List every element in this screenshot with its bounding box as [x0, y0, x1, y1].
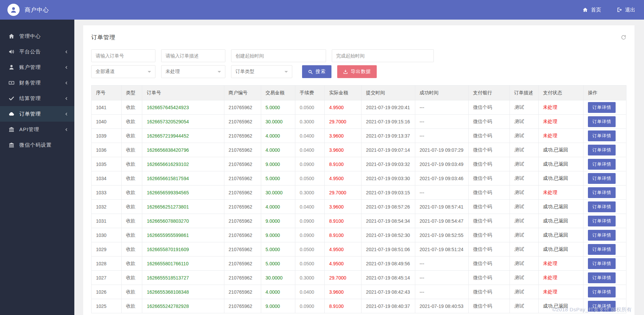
cell-submit_time: 2021-07-19 09:03:30 [362, 171, 415, 186]
cell-submit_time: 2021-07-19 08:51:06 [362, 242, 415, 257]
export-button[interactable]: 导出数据 [337, 65, 377, 78]
cell-actual_amount: 8.9100 [325, 228, 362, 242]
sidebar-item-label: 账户管理 [19, 64, 41, 71]
order-detail-button[interactable]: 订单详情 [588, 272, 616, 283]
sidebar-item-account-management[interactable]: 账户管理 [0, 59, 74, 75]
cell-action: 订单详情 [584, 285, 626, 299]
col-success_time: 成功时间 [415, 86, 468, 100]
create-time-input[interactable] [231, 49, 326, 62]
app-root: 商户中心 首页 退出 管理中心平台公告账户管理财务管理结算管理订单管理API管理… [0, 0, 644, 315]
order-detail-button[interactable]: 订单详情 [588, 159, 616, 170]
cell-fee: 0.0500 [295, 242, 325, 257]
order-detail-button[interactable]: 订单详情 [588, 201, 616, 212]
top-nav: 首页 退出 [567, 7, 644, 13]
cell-order_no: 1626657219944452 [142, 129, 224, 143]
order-detail-button[interactable]: 订单详情 [588, 216, 616, 226]
cell-description: 测试 [510, 214, 538, 228]
cell-type: 收款 [121, 129, 142, 143]
order-detail-button[interactable]: 订单详情 [588, 102, 616, 113]
cell-action: 订单详情 [584, 257, 626, 271]
cell-amount: 9.0000 [261, 299, 295, 313]
table-header-row: 序号类型订单号商户编号交易金额手续费实际金额提交时间成功时间支付银行订单描述支付… [92, 86, 626, 100]
cell-type: 收款 [121, 171, 142, 186]
order-detail-button[interactable]: 订单详情 [588, 230, 616, 241]
cell-seq: 1039 [92, 129, 122, 143]
cell-seq: 1041 [92, 100, 122, 115]
cell-success_time: --- [415, 186, 468, 200]
cell-type: 收款 [121, 214, 142, 228]
cell-submit_time: 2021-07-19 08:54:34 [362, 214, 415, 228]
order-desc-input[interactable] [161, 49, 225, 62]
nav-logout[interactable]: 退出 [617, 7, 635, 13]
table-row: 1030收款16266559555998612107659629.00000.0… [92, 228, 626, 242]
col-amount: 交易金额 [261, 86, 295, 100]
caret-down-icon [218, 71, 221, 74]
channel-select[interactable]: 全部通道 [91, 65, 155, 78]
order-detail-button[interactable]: 订单详情 [588, 244, 616, 255]
status-select[interactable]: 未处理 [161, 65, 225, 78]
cell-amount: 4.0000 [261, 200, 295, 214]
order-no-input[interactable] [91, 49, 155, 62]
sidebar-item-label: 管理中心 [19, 33, 41, 40]
cell-description: 测试 [510, 186, 538, 200]
cell-merchant_no: 210765962 [224, 171, 261, 186]
cell-submit_time: 2021-07-19 09:07:14 [362, 143, 415, 157]
cell-bank: 微信个码 [468, 271, 510, 285]
sidebar-item-label: 微信个码设置 [19, 142, 52, 148]
col-bank: 支付银行 [468, 86, 510, 100]
cell-merchant_no: 210765962 [224, 228, 261, 242]
cell-status: 未处理 [539, 100, 584, 115]
table-row: 1035收款16266566162931022107659629.00000.0… [92, 157, 626, 171]
col-seq: 序号 [92, 86, 122, 100]
order-detail-button[interactable]: 订单详情 [588, 187, 616, 198]
cell-type: 收款 [121, 242, 142, 257]
cell-order_no: 1626655368108348 [142, 285, 224, 299]
sidebar: 管理中心平台公告账户管理财务管理结算管理订单管理API管理微信个码设置 [0, 20, 74, 315]
cell-description: 测试 [510, 143, 538, 157]
page-title: 订单管理 [91, 33, 116, 41]
cell-submit_time: 2021-07-19 09:13:37 [362, 129, 415, 143]
cell-merchant_no: 210765962 [224, 200, 261, 214]
top-header: 商户中心 首页 退出 [0, 0, 644, 20]
col-merchant_no: 商户编号 [224, 86, 261, 100]
order-type-select[interactable]: 订单类型 [231, 65, 292, 78]
money-icon [8, 80, 15, 86]
cell-actual_amount: 3.9600 [325, 143, 362, 157]
order-detail-button[interactable]: 订单详情 [588, 173, 616, 184]
cell-status: 未处理 [539, 271, 584, 285]
table-row: 1026收款16266553681083482107659624.00000.0… [92, 285, 626, 299]
col-order_no: 订单号 [142, 86, 224, 100]
sidebar-item-wechat-personal-code-settings[interactable]: 微信个码设置 [0, 137, 74, 153]
table-row: 1028收款16266558017661102107659625.00000.0… [92, 257, 626, 271]
filter-bar: 全部通道 未处理 订单类型 [91, 49, 626, 78]
sidebar-item-admin-center[interactable]: 管理中心 [0, 28, 74, 44]
sidebar-item-api-management[interactable]: API管理 [0, 122, 74, 137]
sidebar-item-order-management[interactable]: 订单管理 [0, 106, 74, 122]
order-detail-button[interactable]: 订单详情 [588, 287, 616, 297]
order-detail-button[interactable]: 订单详情 [588, 258, 616, 269]
sidebar-item-finance-management[interactable]: 财务管理 [0, 75, 74, 91]
sidebar-item-settlement-management[interactable]: 结算管理 [0, 91, 74, 106]
cell-actual_amount: 8.9100 [325, 299, 362, 313]
order-detail-button[interactable]: 订单详情 [588, 130, 616, 141]
sidebar-item-platform-announcement[interactable]: 平台公告 [0, 44, 74, 59]
col-description: 订单描述 [510, 86, 538, 100]
cell-fee: 0.0900 [295, 299, 325, 313]
cell-seq: 1036 [92, 143, 122, 157]
cell-action: 订单详情 [584, 228, 626, 242]
cell-amount: 30.0000 [261, 186, 295, 200]
refresh-icon[interactable] [621, 34, 626, 40]
cell-status: 未处理 [539, 257, 584, 271]
cell-description: 测试 [510, 171, 538, 186]
order-detail-button[interactable]: 订单详情 [588, 116, 616, 127]
finish-time-input[interactable] [332, 49, 434, 62]
chevron-left-icon [65, 112, 68, 116]
cell-bank: 微信个码 [468, 100, 510, 115]
cell-actual_amount: 4.9500 [325, 242, 362, 257]
cell-submit_time: 2021-07-19 09:03:32 [362, 157, 415, 171]
cell-order_no: 1626656078803270 [142, 214, 224, 228]
nav-home[interactable]: 首页 [583, 7, 601, 13]
search-button[interactable]: 搜索 [302, 65, 331, 78]
order-detail-button[interactable]: 订单详情 [588, 145, 616, 155]
cell-action: 订单详情 [584, 214, 626, 228]
